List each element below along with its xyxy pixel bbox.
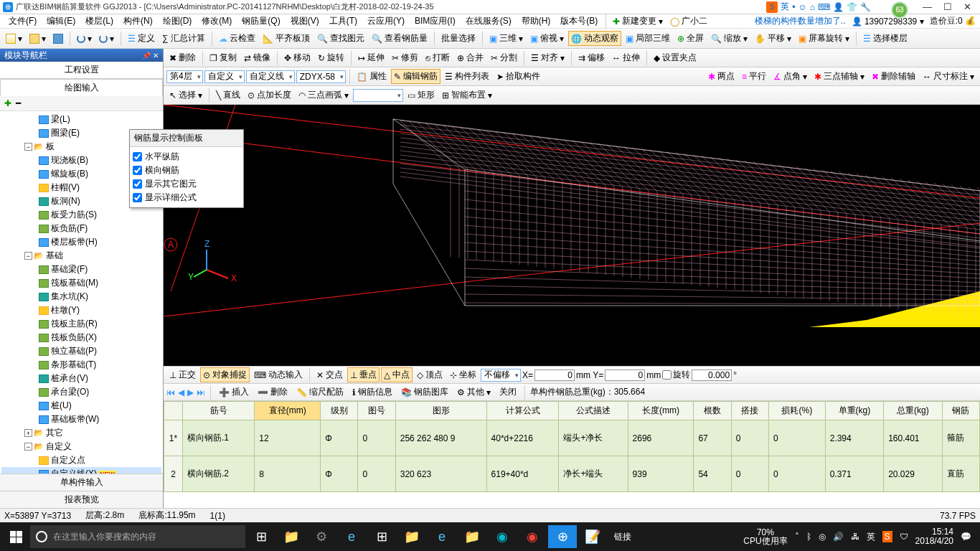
break-button[interactable]: ⎋ 打断 [423, 50, 453, 65]
tree-node[interactable]: 独立基础(P) [1, 344, 161, 358]
menu-help[interactable]: 帮助(H) [517, 14, 555, 29]
snap-mid-button[interactable]: △ 中点 [381, 367, 413, 382]
snap-vertex-button[interactable]: ◇ 顶点 [414, 367, 446, 382]
tray-clock[interactable]: 15:142018/4/20 [915, 527, 953, 546]
copy-button[interactable]: ❐ 复制 [207, 50, 240, 65]
table-row[interactable]: 2横向钢筋.28Φ0320 623619+40*d净长+端头93954000.3… [164, 456, 980, 492]
pan-button[interactable]: ✋平移 ▾ [752, 31, 794, 46]
menu-online[interactable]: 在线服务(S) [461, 14, 516, 29]
taskbar-app-1[interactable]: 📁 [277, 525, 306, 548]
col-header[interactable]: 损耗(%) [768, 402, 825, 420]
tree-node[interactable]: 板受力筋(S) [1, 208, 161, 222]
tree-node[interactable]: 条形基础(T) [1, 358, 161, 372]
open-button[interactable]: ▾ [27, 32, 49, 45]
y-input[interactable] [605, 369, 645, 381]
tree-node[interactable]: 梁(L) [1, 113, 161, 126]
redo-button[interactable]: ▾ [96, 32, 117, 45]
ime-wrench[interactable]: 🔧 [860, 2, 871, 12]
rebar-lib-button[interactable]: 📚钢筋图库 [398, 385, 451, 400]
prev-icon[interactable]: ◀ [178, 387, 184, 397]
menu-floor[interactable]: 楼层(L) [81, 14, 118, 29]
line-button[interactable]: ╲ 直线 [213, 88, 243, 103]
tree-node[interactable]: 楼层板带(H) [1, 235, 161, 249]
menu-draw[interactable]: 绘图(D) [159, 14, 197, 29]
maximize-button[interactable]: ☐ [943, 1, 952, 12]
float-check[interactable]: 显示详细公式 [133, 191, 240, 204]
rebar-display-panel[interactable]: 钢筋显示控制面板 水平纵筋 横向钢筋 显示其它图元 显示详细公式 [129, 129, 244, 208]
panel-header[interactable]: 模块导航栏 📌 ✕ [0, 49, 163, 62]
select-button[interactable]: ↖ 选择 ▾ [166, 88, 205, 103]
col-header[interactable]: 钢筋 [942, 402, 979, 420]
credit[interactable]: 造价豆:0 💰 [930, 15, 976, 27]
topview-button[interactable]: ▣俯视 ▾ [527, 31, 567, 46]
angle-button[interactable]: ∡点角 ▾ [771, 69, 810, 84]
taskbar-app-9[interactable]: ◉ [518, 525, 547, 548]
view-rebar-button[interactable]: 🔍查看钢筋量 [369, 31, 430, 46]
edit-rebar-button[interactable]: ✎编辑钢筋 [391, 69, 440, 84]
rebar-grid[interactable]: 筋号直径(mm)级别图号图形计算公式公式描述长度(mm)根数搭接损耗(%)单重(… [164, 400, 980, 508]
tray-vol-icon[interactable]: 🔊 [833, 532, 844, 542]
first-icon[interactable]: ⏮ [166, 387, 175, 397]
dyn-input-button[interactable]: ⌨ 动态输入 [251, 367, 306, 382]
ime-smile[interactable]: ☺ [798, 2, 806, 12]
rect-button[interactable]: ▭ 矩形 [405, 88, 438, 103]
tray-ime[interactable]: 英 [867, 531, 875, 543]
tree-node[interactable]: 板负筋(F) [1, 222, 161, 235]
tree-node[interactable]: −📂自定义 [1, 440, 161, 453]
cortana-icon[interactable] [36, 531, 47, 542]
delete-axis-button[interactable]: ✖删除辅轴 [869, 69, 918, 84]
green-badge[interactable]: 63 [891, 1, 908, 19]
merge-button[interactable]: ⊕ 合并 [454, 50, 486, 65]
stretch-button[interactable]: ↔ 拉伸 [609, 50, 643, 65]
tray-notification-icon[interactable]: 💬 [961, 532, 971, 542]
menu-bim[interactable]: BIM应用(I) [410, 14, 460, 29]
menu-member[interactable]: 构件(N) [119, 14, 157, 29]
tree-node[interactable]: 筏板主筋(R) [1, 317, 161, 331]
snap-coord-button[interactable]: ⊹ 坐标 [447, 367, 479, 382]
phone[interactable]: 👤 13907298339 ▾ [852, 17, 924, 27]
zoom-button[interactable]: 🔍缩放 ▾ [708, 31, 750, 46]
view3d-button[interactable]: ▣三维 ▾ [486, 31, 526, 46]
menu-tool[interactable]: 工具(T) [325, 14, 362, 29]
ime-user[interactable]: 👤 [833, 2, 844, 12]
taskbar-app-2[interactable]: ⚙ [307, 525, 336, 548]
tray-location-icon[interactable]: ◎ [819, 532, 826, 542]
tray-cpu[interactable]: 70% CPU使用率 [743, 528, 787, 545]
delete-row-button[interactable]: ➖删除 [255, 385, 291, 400]
three-axis-button[interactable]: ✱三点辅轴 ▾ [811, 69, 867, 84]
tree-node[interactable]: 筏板负筋(X) [1, 331, 161, 344]
arc3-button[interactable]: ◠ 三点画弧 ▾ [296, 88, 352, 103]
grip-button[interactable]: ◆ 设置夹点 [651, 50, 699, 65]
ime-mic[interactable]: ⌂ [810, 2, 815, 12]
taskbar-app-8[interactable]: ◉ [488, 525, 517, 548]
col-header[interactable]: 根数 [694, 402, 731, 420]
float-check[interactable]: 显示其它图元 [133, 177, 240, 191]
tree-node[interactable]: 桩承台(V) [1, 372, 161, 385]
undo-button[interactable]: ▾ [74, 32, 95, 45]
ortho-button[interactable]: ⊥ 正交 [166, 367, 199, 382]
next-icon[interactable]: ▶ [187, 387, 194, 397]
start-button[interactable] [3, 525, 29, 548]
floor-combo[interactable]: 第4层 [166, 70, 203, 83]
taskbar-app-6[interactable]: e [428, 525, 456, 548]
menu-view[interactable]: 视图(V) [286, 14, 324, 29]
draw-combo[interactable] [353, 89, 403, 102]
col-header[interactable] [164, 402, 183, 420]
dynamic-view-button[interactable]: 🌐动态观察 [568, 31, 621, 46]
snap-cross-button[interactable]: ✕ 交点 [314, 367, 346, 382]
osnap-button[interactable]: ⊙ 对象捕捉 [200, 367, 250, 382]
member-list-button[interactable]: ☰构件列表 [442, 69, 492, 84]
local3d-button[interactable]: ▣局部三维 [623, 31, 673, 46]
flat-slab-button[interactable]: 📐平齐板顶 [260, 31, 313, 46]
col-header[interactable]: 计算公式 [486, 402, 559, 420]
taskbar-app-11[interactable]: 📝 [578, 525, 607, 548]
type-combo[interactable]: 自定义线 [246, 70, 295, 83]
ime-dot[interactable]: • [792, 2, 795, 12]
menu-version[interactable]: 版本号(B) [556, 14, 602, 29]
pin-icon[interactable]: 📌 ✕ [142, 52, 159, 60]
tab-single-input[interactable]: 单构件输入 [0, 474, 163, 491]
menu-rebar[interactable]: 钢筋量(Q) [237, 14, 284, 29]
taskbar-search[interactable]: 在这里输入你要搜索的内容 [30, 525, 245, 548]
category-combo[interactable]: 自定义 [204, 70, 245, 83]
col-header[interactable]: 直径(mm) [255, 402, 321, 420]
